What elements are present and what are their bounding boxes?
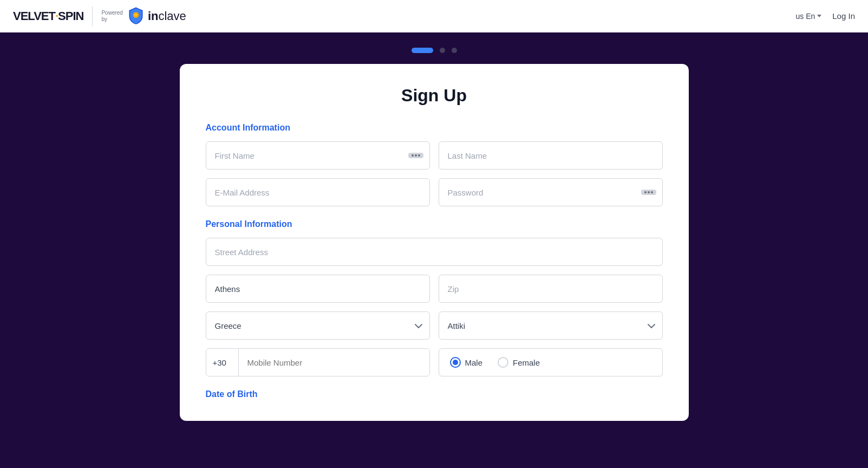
password-input[interactable] bbox=[439, 178, 663, 206]
signup-form-card: Sign Up Account Information bbox=[180, 64, 689, 421]
header-left: VELVET·SPIN Poweredby inclave bbox=[13, 6, 186, 26]
street-row bbox=[206, 238, 663, 266]
male-label: Male bbox=[465, 358, 483, 367]
first-name-wrapper bbox=[206, 141, 430, 170]
inclave-name: inclave bbox=[148, 9, 186, 23]
login-button[interactable]: Log In bbox=[832, 11, 855, 21]
account-section-heading: Account Information bbox=[206, 123, 663, 133]
female-radio-outer bbox=[498, 357, 508, 368]
name-row bbox=[206, 141, 663, 170]
step-1-indicator bbox=[412, 48, 433, 53]
first-name-icon bbox=[408, 153, 423, 158]
phone-gender-row: +30 Male Female bbox=[206, 348, 663, 376]
date-section-heading: Date of Birth bbox=[206, 389, 663, 399]
country-region-row: Greece Attiki bbox=[206, 311, 663, 340]
form-title: Sign Up bbox=[206, 86, 663, 106]
male-radio-outer bbox=[450, 357, 461, 368]
phone-wrapper: +30 bbox=[206, 348, 430, 376]
street-wrapper bbox=[206, 238, 663, 266]
street-input[interactable] bbox=[206, 238, 663, 266]
country-wrapper: Greece bbox=[206, 311, 430, 340]
zip-input[interactable] bbox=[439, 275, 663, 303]
header-right: us En Log In bbox=[795, 11, 855, 21]
region-select[interactable]: Attiki bbox=[439, 311, 663, 340]
female-radio-option[interactable]: Female bbox=[498, 357, 540, 368]
language-selector[interactable]: us En bbox=[795, 12, 821, 21]
lang-chevron-icon bbox=[817, 15, 821, 17]
site-header: VELVET·SPIN Poweredby inclave us En Log … bbox=[0, 0, 868, 32]
male-radio-option[interactable]: Male bbox=[450, 357, 483, 368]
city-zip-row bbox=[206, 275, 663, 303]
zip-wrapper bbox=[439, 275, 663, 303]
last-name-wrapper bbox=[439, 141, 663, 170]
female-label: Female bbox=[513, 358, 540, 367]
powered-by-container: Poweredby inclave bbox=[92, 6, 186, 26]
lang-label: us En bbox=[795, 12, 815, 21]
country-select[interactable]: Greece bbox=[206, 311, 430, 340]
password-icon bbox=[641, 190, 656, 195]
powered-by-text: Poweredby bbox=[101, 10, 122, 23]
email-password-row bbox=[206, 178, 663, 206]
personal-section-heading: Personal Information bbox=[206, 219, 663, 229]
personal-section: Personal Information Greece bbox=[206, 219, 663, 376]
city-wrapper bbox=[206, 275, 430, 303]
phone-code: +30 bbox=[206, 349, 239, 376]
dots-icon bbox=[408, 153, 423, 158]
inclave-logo: inclave bbox=[127, 6, 186, 26]
progress-steps bbox=[0, 32, 868, 64]
inclave-shield-icon bbox=[127, 6, 145, 26]
phone-input[interactable] bbox=[239, 349, 429, 376]
account-section: Account Information bbox=[206, 123, 663, 206]
gender-group: Male Female bbox=[439, 348, 663, 376]
velvet-spin-logo: VELVET·SPIN bbox=[13, 9, 83, 23]
region-wrapper: Attiki bbox=[439, 311, 663, 340]
password-wrapper bbox=[439, 178, 663, 206]
step-3-indicator bbox=[452, 48, 457, 53]
logo-dot: · bbox=[55, 9, 58, 23]
city-input[interactable] bbox=[206, 275, 430, 303]
svg-point-1 bbox=[134, 13, 138, 16]
step-2-indicator bbox=[440, 48, 445, 53]
first-name-input[interactable] bbox=[206, 141, 430, 170]
last-name-input[interactable] bbox=[439, 141, 663, 170]
password-dots-icon bbox=[641, 190, 656, 195]
email-input[interactable] bbox=[206, 178, 430, 206]
email-wrapper bbox=[206, 178, 430, 206]
male-radio-inner bbox=[453, 360, 458, 365]
